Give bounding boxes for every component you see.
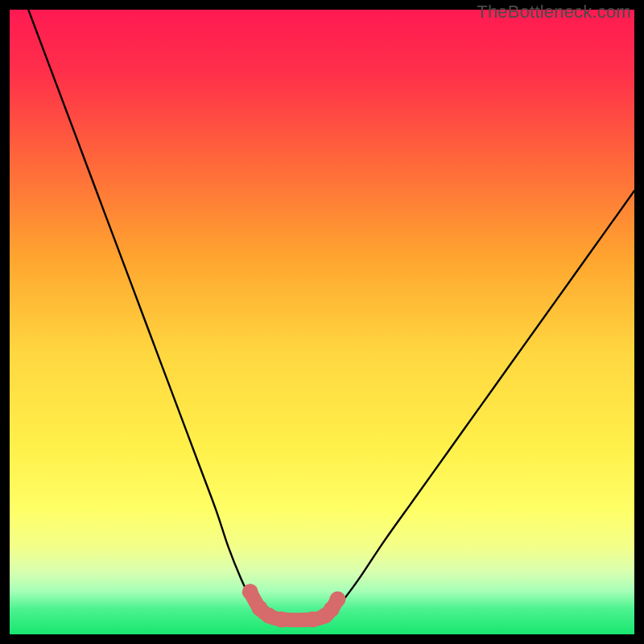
- watermark-text: TheBottleneck.com: [477, 2, 631, 23]
- valley-dot: [242, 584, 258, 600]
- chart-svg: [10, 10, 634, 634]
- chart-area: [10, 10, 634, 634]
- outer-frame: TheBottleneck.com: [0, 0, 644, 644]
- valley-dot: [329, 592, 345, 608]
- valley-dot: [274, 611, 290, 627]
